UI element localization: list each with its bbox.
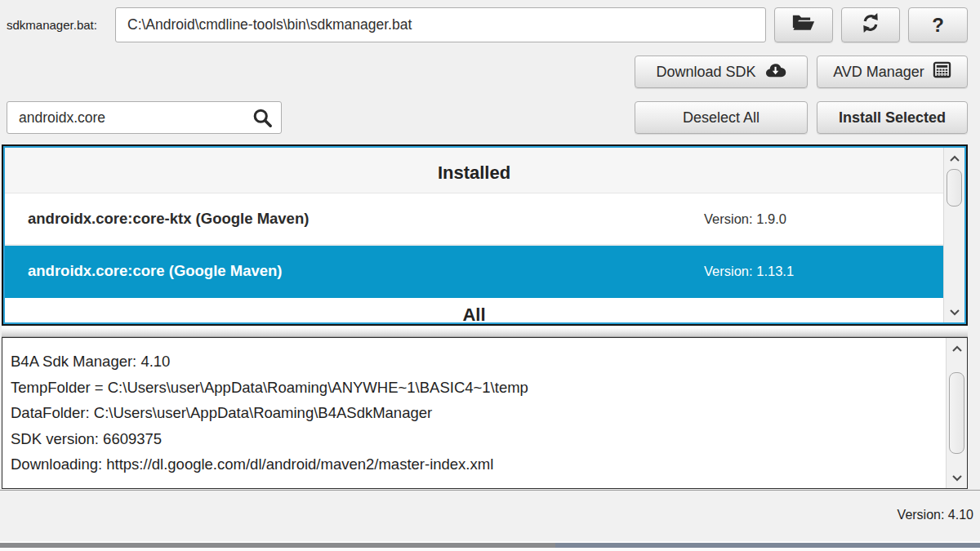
background-window-edge <box>0 541 980 551</box>
cloud-download-icon <box>764 61 786 82</box>
refresh-button[interactable] <box>841 7 900 42</box>
package-list-scrollbar[interactable] <box>943 148 964 322</box>
log-line: B4A Sdk Manager: 4.10 <box>11 349 945 375</box>
refresh-icon <box>858 11 883 39</box>
log-scrollbar[interactable] <box>946 338 967 488</box>
section-header-installed: Installed <box>5 148 943 193</box>
log-panel: B4A Sdk Manager: 4.10 TempFolder = C:\Us… <box>2 337 968 489</box>
help-button[interactable]: ? <box>908 7 968 42</box>
scroll-up-icon[interactable] <box>947 340 967 358</box>
scroll-up-icon[interactable] <box>944 149 964 167</box>
log-line: TempFolder = C:\Users\user\AppData\Roami… <box>11 375 945 401</box>
log-line: DataFolder: C:\Users\user\AppData\Roamin… <box>11 400 945 426</box>
package-name: androidx.core:core (Google Maven) <box>28 262 282 280</box>
deselect-all-button[interactable]: Deselect All <box>635 101 808 134</box>
background-window-edge-right <box>555 543 980 548</box>
open-folder-icon <box>791 12 816 38</box>
install-selected-button[interactable]: Install Selected <box>817 101 968 134</box>
package-row-core-selected[interactable]: androidx.core:core (Google Maven) Versio… <box>5 246 943 298</box>
package-name: androidx.core:core-ktx (Google Maven) <box>28 210 309 228</box>
log-line: SDK version: 6609375 <box>11 426 945 452</box>
all-header-label: All <box>462 303 485 322</box>
status-bar: Version: 4.10 <box>0 490 980 541</box>
sdkmanager-path-input[interactable] <box>115 7 766 42</box>
search-icon <box>252 107 274 132</box>
package-list-panel: Installed androidx.core:core-ktx (Google… <box>2 144 968 326</box>
package-version: Version: 1.9.0 <box>704 211 786 227</box>
download-sdk-button[interactable]: Download SDK <box>635 56 808 88</box>
sdkmanager-path-label: sdkmanager.bat: <box>7 18 97 32</box>
install-selected-label: Install Selected <box>839 109 946 127</box>
scrollbar-thumb[interactable] <box>949 372 964 454</box>
splitter-handle[interactable] <box>2 327 968 337</box>
background-window-edge-left <box>0 543 555 548</box>
question-mark-icon: ? <box>932 14 944 37</box>
log-line: Downloading: https://dl.google.com/dl/an… <box>11 451 945 478</box>
grid-table-icon <box>933 61 951 82</box>
package-version: Version: 1.13.1 <box>704 264 794 279</box>
download-sdk-label: Download SDK <box>656 64 755 81</box>
section-header-all: All <box>5 300 943 322</box>
browse-folder-button[interactable] <box>774 7 833 42</box>
log-output: B4A Sdk Manager: 4.10 TempFolder = C:\Us… <box>2 338 945 488</box>
package-row-core-ktx[interactable]: androidx.core:core-ktx (Google Maven) Ve… <box>5 193 943 246</box>
package-rows-area: Installed androidx.core:core-ktx (Google… <box>5 148 943 322</box>
deselect-all-label: Deselect All <box>683 109 760 127</box>
scrollbar-thumb[interactable] <box>947 169 962 207</box>
app-version-label: Version: 4.10 <box>898 508 973 522</box>
search-input[interactable] <box>7 101 282 134</box>
installed-header-label: Installed <box>438 162 510 184</box>
scroll-down-icon[interactable] <box>944 303 964 321</box>
package-list-viewport: Installed androidx.core:core-ktx (Google… <box>3 146 966 324</box>
avd-manager-label: AVD Manager <box>833 64 924 81</box>
avd-manager-button[interactable]: AVD Manager <box>817 56 968 88</box>
scroll-down-icon[interactable] <box>947 469 967 487</box>
